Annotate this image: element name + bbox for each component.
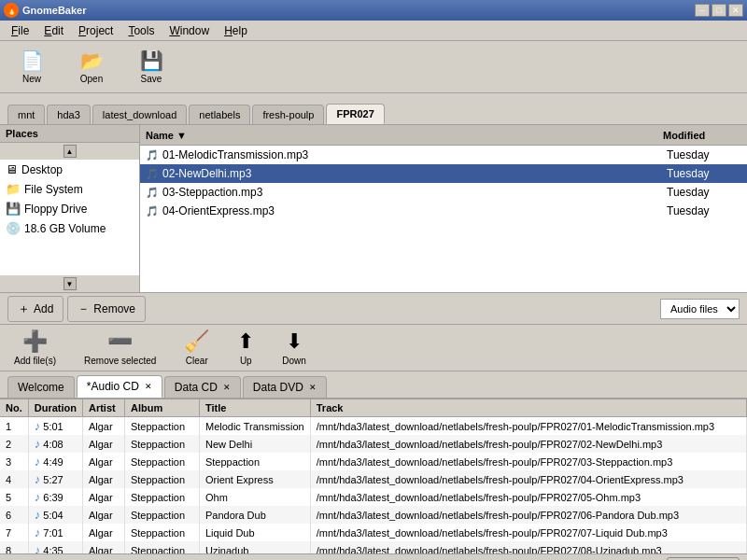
menu-file[interactable]: File (4, 22, 36, 39)
menu-project[interactable]: Project (71, 22, 120, 39)
up-button[interactable]: ⬆ Up (231, 327, 261, 369)
cell-track: /mnt/hda3/latest_download/netlabels/fres… (310, 506, 746, 524)
file-icon: 🎵 (146, 205, 159, 217)
places-item-floppy[interactable]: 💾 Floppy Drive (0, 199, 139, 218)
remove-selected-label: Remove selected (84, 356, 156, 366)
remove-button[interactable]: － Remove (67, 296, 146, 322)
cell-duration: ♪ 5:27 (28, 470, 82, 488)
status-bar: 49 mins 34 secs used - 30 mins 26 secs r… (0, 553, 747, 560)
file-list-panel: Name ▼ Modified 🎵 01-MelodicTransmission… (140, 125, 747, 292)
places-scroll-up-btn[interactable]: ▲ (63, 145, 77, 158)
table-row[interactable]: 8 ♪ 4:35 Algar Steppaction Uzinadub /mnt… (0, 541, 747, 553)
places-list: 🖥 Desktop 📁 File System 💾 Floppy Drive 💿… (0, 160, 139, 275)
col-title[interactable]: Title (199, 399, 310, 417)
cell-album: Steppaction (124, 488, 199, 506)
tab-data-dvd[interactable]: Data DVD ✕ (243, 376, 327, 398)
menu-help[interactable]: Help (217, 22, 255, 39)
file-name: 01-MelodicTransmission.mp3 (162, 148, 663, 161)
col-track[interactable]: Track (310, 399, 746, 417)
filter-select[interactable]: Audio files All files (660, 299, 740, 319)
col-artist[interactable]: Artist (82, 399, 124, 417)
table-row[interactable]: 3 ♪ 4:49 Algar Steppaction Steppaction /… (0, 453, 747, 470)
track-table-container: No. Duration Artist Album Title Track 1 … (0, 399, 747, 553)
cell-duration: ♪ 4:49 (28, 453, 82, 470)
remove-selected-button[interactable]: ➖ Remove selected (78, 327, 162, 369)
down-button[interactable]: ⬇ Down (275, 327, 313, 369)
tab-audio-cd-label: *Audio CD (87, 380, 139, 393)
cell-duration: ♪ 4:08 (28, 435, 82, 453)
loc-tab-netlabels[interactable]: netlabels (189, 105, 250, 124)
col-no[interactable]: No. (0, 399, 28, 417)
clear-button[interactable]: 🧹 Clear (177, 327, 216, 369)
table-row[interactable]: 4 ♪ 5:27 Algar Steppaction Orient Expres… (0, 470, 747, 488)
main-toolbar: 📄 New 📂 Open 💾 Save (0, 41, 747, 93)
loc-tab-fpr027[interactable]: FPR027 (326, 104, 384, 124)
table-row[interactable]: 7 ♪ 7:01 Algar Steppaction Liquid Dub /m… (0, 524, 747, 541)
loc-tab-fresh-poulp[interactable]: fresh-poulp (252, 105, 324, 124)
cell-artist: Algar (82, 470, 124, 488)
cell-album: Steppaction (124, 453, 199, 470)
remove-selected-icon: ➖ (107, 329, 133, 354)
cell-album: Steppaction (124, 506, 199, 524)
places-item-volume[interactable]: 💿 18.6 GB Volume (0, 218, 139, 238)
table-row[interactable]: 5 ♪ 6:39 Algar Steppaction Ohm /mnt/hda3… (0, 488, 747, 506)
col-modified[interactable]: Modified (657, 127, 732, 144)
loc-tab-hda3[interactable]: hda3 (47, 105, 90, 124)
save-button[interactable]: 💾 Save (127, 45, 176, 90)
app-icon: 🔥 (4, 3, 19, 18)
table-row[interactable]: 6 ♪ 5:04 Algar Steppaction Pandora Dub /… (0, 506, 747, 524)
volume-icon: 💿 (6, 221, 21, 235)
places-item-desktop[interactable]: 🖥 Desktop (0, 160, 139, 179)
tab-welcome[interactable]: Welcome (7, 376, 75, 398)
maximize-button[interactable]: □ (712, 4, 726, 17)
table-row[interactable]: 2 ♪ 4:08 Algar Steppaction New Delhi /mn… (0, 435, 747, 453)
menu-edit[interactable]: Edit (36, 22, 71, 39)
close-button[interactable]: ✕ (728, 4, 743, 17)
cell-title: Liquid Dub (199, 524, 310, 541)
new-button[interactable]: 📄 New (7, 45, 56, 90)
minimize-button[interactable]: – (695, 4, 710, 17)
floppy-icon: 💾 (6, 202, 21, 216)
file-item[interactable]: 🎵 03-Steppaction.mp3 Tuesday (140, 183, 747, 202)
col-name[interactable]: Name ▼ (140, 127, 657, 144)
file-name: 02-NewDelhi.mp3 (162, 167, 663, 180)
cell-no: 1 (0, 417, 28, 436)
loc-tab-mnt[interactable]: mnt (7, 105, 45, 124)
places-item-label: 18.6 GB Volume (24, 222, 106, 235)
filesystem-icon: 📁 (6, 182, 21, 196)
menu-tools[interactable]: Tools (120, 22, 162, 39)
file-browser: Places ▲ 🖥 Desktop 📁 File System 💾 Flopp… (0, 125, 747, 293)
col-album[interactable]: Album (124, 399, 199, 417)
add-button[interactable]: ＋ Add (7, 296, 63, 322)
places-scroll-down-btn[interactable]: ▼ (63, 277, 77, 290)
cell-track: /mnt/hda3/latest_download/netlabels/fres… (310, 417, 746, 436)
cell-no: 8 (0, 541, 28, 553)
cell-title: New Delhi (199, 435, 310, 453)
menu-window[interactable]: Window (162, 22, 217, 39)
places-header: Places (0, 125, 139, 143)
add-label: Add (34, 302, 53, 315)
places-item-filesystem[interactable]: 📁 File System (0, 179, 139, 199)
tab-data-cd[interactable]: Data CD ✕ (164, 376, 241, 398)
file-item[interactable]: 🎵 02-NewDelhi.mp3 Tuesday (140, 164, 747, 183)
tab-audio-cd[interactable]: *Audio CD ✕ (77, 375, 162, 398)
col-duration[interactable]: Duration (28, 399, 82, 417)
cell-album: Steppaction (124, 470, 199, 488)
tab-data-cd-close[interactable]: ✕ (223, 383, 231, 392)
save-label: Save (141, 74, 162, 84)
up-label: Up (240, 356, 252, 366)
add-files-button[interactable]: ➕ Add file(s) (7, 327, 63, 369)
file-item[interactable]: 🎵 01-MelodicTransmission.mp3 Tuesday (140, 146, 747, 164)
table-row[interactable]: 1 ♪ 5:01 Algar Steppaction Melodic Trans… (0, 417, 747, 436)
tab-data-dvd-close[interactable]: ✕ (309, 383, 317, 392)
track-table: No. Duration Artist Album Title Track 1 … (0, 399, 747, 553)
cell-album: Steppaction (124, 417, 199, 436)
tab-audio-cd-close[interactable]: ✕ (145, 382, 152, 391)
cell-album: Steppaction (124, 524, 199, 541)
tab-data-cd-label: Data CD (175, 381, 218, 394)
file-item[interactable]: 🎵 04-OrientExpress.mp3 Tuesday (140, 202, 747, 220)
loc-tab-latest-download[interactable]: latest_download (92, 105, 188, 124)
down-icon: ⬇ (286, 329, 303, 354)
cell-artist: Algar (82, 417, 124, 436)
open-button[interactable]: 📂 Open (63, 45, 120, 90)
